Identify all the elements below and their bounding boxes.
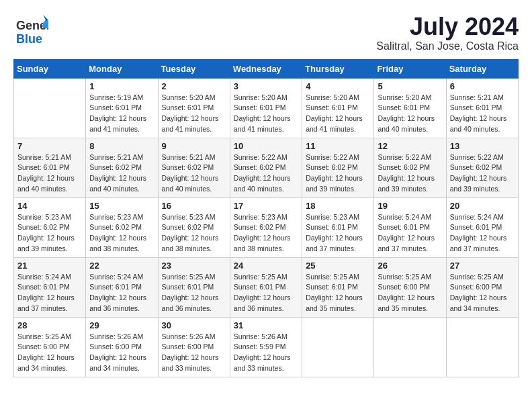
day-info: Sunrise: 5:20 AM Sunset: 6:01 PM Dayligh… — [162, 93, 226, 135]
day-cell: 31Sunrise: 5:26 AM Sunset: 5:59 PM Dayli… — [230, 317, 302, 377]
day-info: Sunrise: 5:21 AM Sunset: 6:02 PM Dayligh… — [162, 152, 226, 195]
day-number: 2 — [162, 81, 226, 91]
day-cell: 17Sunrise: 5:23 AM Sunset: 6:02 PM Dayli… — [230, 197, 302, 257]
day-number: 4 — [306, 81, 370, 91]
day-cell: 21Sunrise: 5:24 AM Sunset: 6:01 PM Dayli… — [14, 257, 86, 317]
day-number: 5 — [378, 81, 442, 91]
day-number: 10 — [234, 141, 298, 151]
day-number: 17 — [234, 201, 298, 211]
day-number: 20 — [450, 201, 515, 211]
day-cell: 8Sunrise: 5:21 AM Sunset: 6:02 PM Daylig… — [86, 138, 158, 197]
day-number: 29 — [89, 320, 154, 330]
day-cell: 24Sunrise: 5:25 AM Sunset: 6:01 PM Dayli… — [230, 257, 302, 317]
header-cell-friday: Friday — [374, 59, 446, 78]
day-info: Sunrise: 5:24 AM Sunset: 6:01 PM Dayligh… — [450, 212, 515, 255]
day-info: Sunrise: 5:22 AM Sunset: 6:02 PM Dayligh… — [234, 152, 298, 195]
day-number: 31 — [234, 320, 298, 330]
day-info: Sunrise: 5:25 AM Sunset: 6:00 PM Dayligh… — [17, 332, 82, 374]
day-cell — [14, 78, 86, 138]
day-info: Sunrise: 5:20 AM Sunset: 6:01 PM Dayligh… — [234, 93, 298, 135]
day-info: Sunrise: 5:21 AM Sunset: 6:01 PM Dayligh… — [450, 93, 515, 135]
day-info: Sunrise: 5:23 AM Sunset: 6:02 PM Dayligh… — [162, 212, 226, 255]
week-row-3: 14Sunrise: 5:23 AM Sunset: 6:02 PM Dayli… — [14, 197, 519, 257]
day-number: 19 — [378, 201, 442, 211]
day-cell: 22Sunrise: 5:24 AM Sunset: 6:01 PM Dayli… — [86, 257, 158, 317]
day-number: 12 — [378, 141, 442, 151]
day-info: Sunrise: 5:26 AM Sunset: 6:00 PM Dayligh… — [89, 332, 154, 374]
day-cell: 9Sunrise: 5:21 AM Sunset: 6:02 PM Daylig… — [158, 138, 230, 197]
day-cell: 27Sunrise: 5:25 AM Sunset: 6:00 PM Dayli… — [446, 257, 518, 317]
day-info: Sunrise: 5:24 AM Sunset: 6:01 PM Dayligh… — [17, 272, 82, 314]
day-cell: 10Sunrise: 5:22 AM Sunset: 6:02 PM Dayli… — [230, 138, 302, 197]
header-cell-sunday: Sunday — [14, 59, 86, 78]
day-info: Sunrise: 5:22 AM Sunset: 6:02 PM Dayligh… — [450, 152, 515, 195]
logo-icon: General Blue — [15, 13, 48, 47]
week-row-1: 1Sunrise: 5:19 AM Sunset: 6:01 PM Daylig… — [14, 78, 519, 138]
day-number: 6 — [450, 81, 515, 91]
day-number: 7 — [17, 141, 82, 151]
day-cell: 19Sunrise: 5:24 AM Sunset: 6:01 PM Dayli… — [374, 197, 446, 257]
day-cell: 4Sunrise: 5:20 AM Sunset: 6:01 PM Daylig… — [302, 78, 374, 138]
day-info: Sunrise: 5:21 AM Sunset: 6:01 PM Dayligh… — [17, 152, 82, 195]
day-number: 18 — [306, 201, 370, 211]
day-info: Sunrise: 5:22 AM Sunset: 6:02 PM Dayligh… — [306, 152, 370, 195]
day-info: Sunrise: 5:23 AM Sunset: 6:01 PM Dayligh… — [306, 212, 370, 255]
day-number: 9 — [162, 141, 226, 151]
day-number: 15 — [89, 201, 154, 211]
day-number: 23 — [162, 261, 226, 271]
calendar-header: SundayMondayTuesdayWednesdayThursdayFrid… — [14, 59, 519, 78]
day-info: Sunrise: 5:24 AM Sunset: 6:01 PM Dayligh… — [378, 212, 442, 255]
header-cell-thursday: Thursday — [302, 59, 374, 78]
day-info: Sunrise: 5:20 AM Sunset: 6:01 PM Dayligh… — [306, 93, 370, 135]
calendar-body: 1Sunrise: 5:19 AM Sunset: 6:01 PM Daylig… — [14, 78, 519, 377]
day-cell: 11Sunrise: 5:22 AM Sunset: 6:02 PM Dayli… — [302, 138, 374, 197]
day-info: Sunrise: 5:26 AM Sunset: 6:00 PM Dayligh… — [162, 332, 226, 374]
day-cell: 7Sunrise: 5:21 AM Sunset: 6:01 PM Daylig… — [14, 138, 86, 197]
day-cell: 28Sunrise: 5:25 AM Sunset: 6:00 PM Dayli… — [14, 317, 86, 377]
day-cell: 26Sunrise: 5:25 AM Sunset: 6:00 PM Dayli… — [374, 257, 446, 317]
header-cell-monday: Monday — [86, 59, 158, 78]
day-cell: 30Sunrise: 5:26 AM Sunset: 6:00 PM Dayli… — [158, 317, 230, 377]
day-info: Sunrise: 5:20 AM Sunset: 6:01 PM Dayligh… — [378, 93, 442, 135]
title-area: July 2024 Salitral, San Jose, Costa Rica — [376, 13, 519, 52]
day-info: Sunrise: 5:19 AM Sunset: 6:01 PM Dayligh… — [89, 93, 154, 135]
header-cell-tuesday: Tuesday — [158, 59, 230, 78]
day-cell: 29Sunrise: 5:26 AM Sunset: 6:00 PM Dayli… — [86, 317, 158, 377]
day-number: 8 — [89, 141, 154, 151]
day-cell: 18Sunrise: 5:23 AM Sunset: 6:01 PM Dayli… — [302, 197, 374, 257]
day-info: Sunrise: 5:23 AM Sunset: 6:02 PM Dayligh… — [89, 212, 154, 255]
calendar-table: SundayMondayTuesdayWednesdayThursdayFrid… — [13, 59, 519, 377]
day-cell: 15Sunrise: 5:23 AM Sunset: 6:02 PM Dayli… — [86, 197, 158, 257]
day-number: 3 — [234, 81, 298, 91]
day-number: 11 — [306, 141, 370, 151]
day-cell — [374, 317, 446, 377]
day-number: 30 — [162, 320, 226, 330]
day-cell: 6Sunrise: 5:21 AM Sunset: 6:01 PM Daylig… — [446, 78, 518, 138]
header-cell-wednesday: Wednesday — [230, 59, 302, 78]
day-info: Sunrise: 5:22 AM Sunset: 6:02 PM Dayligh… — [378, 152, 442, 195]
day-info: Sunrise: 5:23 AM Sunset: 6:02 PM Dayligh… — [17, 212, 82, 255]
day-number: 14 — [17, 201, 82, 211]
day-cell: 1Sunrise: 5:19 AM Sunset: 6:01 PM Daylig… — [86, 78, 158, 138]
day-cell: 12Sunrise: 5:22 AM Sunset: 6:02 PM Dayli… — [374, 138, 446, 197]
week-row-5: 28Sunrise: 5:25 AM Sunset: 6:00 PM Dayli… — [14, 317, 519, 377]
day-number: 16 — [162, 201, 226, 211]
week-row-4: 21Sunrise: 5:24 AM Sunset: 6:01 PM Dayli… — [14, 257, 519, 317]
day-cell — [446, 317, 518, 377]
day-cell: 5Sunrise: 5:20 AM Sunset: 6:01 PM Daylig… — [374, 78, 446, 138]
day-number: 13 — [450, 141, 515, 151]
day-cell: 25Sunrise: 5:25 AM Sunset: 6:01 PM Dayli… — [302, 257, 374, 317]
day-number: 28 — [17, 320, 82, 330]
day-number: 24 — [234, 261, 298, 271]
location: Salitral, San Jose, Costa Rica — [376, 40, 519, 52]
day-cell: 13Sunrise: 5:22 AM Sunset: 6:02 PM Dayli… — [446, 138, 518, 197]
svg-text:Blue: Blue — [16, 32, 42, 46]
header-cell-saturday: Saturday — [446, 59, 518, 78]
day-number: 27 — [450, 261, 515, 271]
day-info: Sunrise: 5:21 AM Sunset: 6:02 PM Dayligh… — [89, 152, 154, 195]
week-row-2: 7Sunrise: 5:21 AM Sunset: 6:01 PM Daylig… — [14, 138, 519, 197]
day-info: Sunrise: 5:25 AM Sunset: 6:01 PM Dayligh… — [234, 272, 298, 314]
day-cell: 14Sunrise: 5:23 AM Sunset: 6:02 PM Dayli… — [14, 197, 86, 257]
day-cell: 20Sunrise: 5:24 AM Sunset: 6:01 PM Dayli… — [446, 197, 518, 257]
header-row: SundayMondayTuesdayWednesdayThursdayFrid… — [14, 59, 519, 78]
